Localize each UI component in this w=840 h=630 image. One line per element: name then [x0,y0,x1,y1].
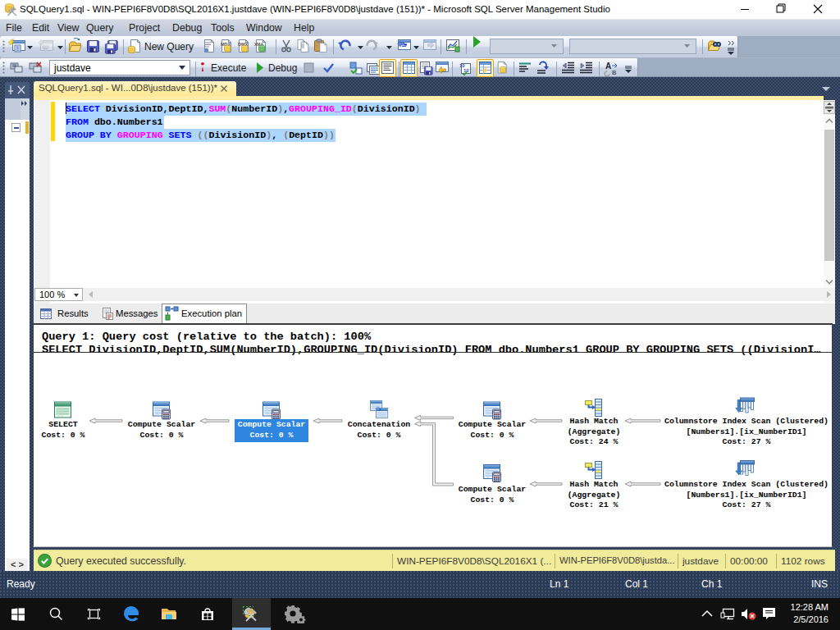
svg-text:Execute: Execute [211,62,247,74]
svg-text:Debug: Debug [268,62,297,74]
svg-text:justdave: justdave [53,62,91,74]
svg-text:B: B [612,69,616,76]
svg-text:⚡: ⚡ [482,66,489,74]
svg-text:New Query: New Query [144,41,194,52]
svg-text:A: A [605,62,611,71]
